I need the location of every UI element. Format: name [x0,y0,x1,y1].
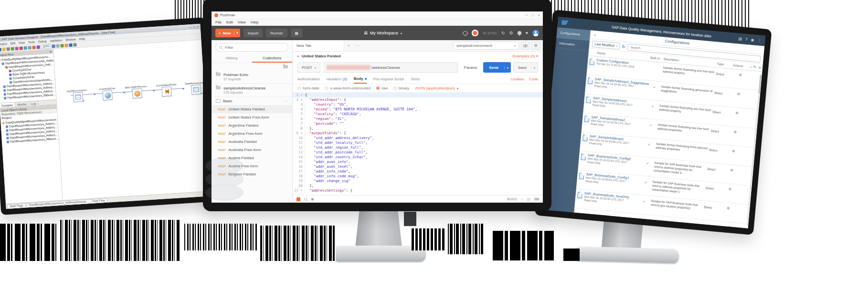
line-number[interactable]: 5 [293,112,305,117]
list-icon[interactable]: ▤ [738,36,742,41]
toolbar-icon[interactable] [32,45,35,49]
sync-status-icon[interactable] [472,30,478,36]
toolbar-icon[interactable] [11,47,14,50]
window-control[interactable]: ─ [525,13,528,17]
flow-node-box[interactable] [161,87,171,97]
line-number[interactable]: 13 [293,150,305,155]
filter-input[interactable] [224,45,285,50]
console-icon[interactable]: ▣ [311,197,314,201]
menu-item[interactable]: View [238,20,246,24]
flow-node-box[interactable]: ▸ [73,92,83,102]
profile-icon[interactable]: ◉ [751,37,754,42]
collection-folder-basic[interactable]: Basic ⋯ [212,97,292,105]
toolbar-icon[interactable] [52,44,55,48]
menu-item[interactable]: Edit [226,20,233,24]
method-select[interactable]: POST▾ [297,62,320,73]
avatar[interactable] [532,30,539,36]
toolbar-icon[interactable] [36,45,40,49]
new-tab-icon[interactable]: + [344,43,353,48]
gear-icon[interactable]: ⚙ [739,73,742,77]
two-pane-icon[interactable]: ▯▯ [527,197,530,201]
line-number[interactable]: 4 [293,107,305,112]
line-number[interactable]: 2 ▾ [293,97,305,102]
request-list-item[interactable]: POSTUnited States Fielded [212,105,292,113]
body-type-form-data[interactable]: form-data [297,86,319,90]
tab-options-icon[interactable]: ⋯ [353,43,361,48]
environment-settings-button[interactable]: ⚙ [531,42,540,50]
toolbar-icon[interactable] [56,44,60,47]
body-type-binary[interactable]: binary [393,86,409,90]
help-icon[interactable]: ? [745,37,748,41]
gear-icon[interactable]: ⚙ [732,149,735,153]
column-header-built-in[interactable]: Built In [650,56,664,61]
examples-dropdown[interactable]: Examples (0) ▾ [513,54,538,58]
menu-item[interactable]: Window [65,38,76,41]
send-options-icon[interactable]: ▾ [504,66,511,69]
line-number[interactable]: 15 [293,160,305,164]
column-header-actions[interactable]: Actions [733,64,749,68]
line-number[interactable]: 17 [293,169,305,174]
line-number[interactable]: 1 ▾ [293,93,305,97]
toolbar-icon[interactable] [74,43,77,46]
line-number[interactable]: 21 ▾ [293,188,305,193]
settings-wrench-icon[interactable]: ⚙ [509,31,513,35]
line-number[interactable]: 7 [293,121,305,126]
gear-icon[interactable]: ⚙ [737,92,741,96]
menu-item[interactable]: File [215,20,222,24]
toolbar-icon[interactable] [61,43,64,47]
flow-node[interactable]: DqmMicroservices...▸ [64,88,92,103]
gear-icon[interactable]: ⚙ [727,206,730,210]
folder-options-icon[interactable]: ⋯ [284,99,288,103]
request-list-item[interactable]: POSTAustralia Fielded [212,138,292,146]
request-list-item[interactable]: POSTAustria Fielded [212,154,292,162]
line-number[interactable]: 3 [293,102,305,107]
toolbar-icon[interactable] [28,46,31,49]
flow-node-box[interactable] [132,88,142,98]
line-number[interactable]: 12 [293,145,305,150]
flow-node-box[interactable] [103,90,113,100]
line-number[interactable]: 16 [293,164,305,169]
new-button[interactable]: +New ▾ [215,29,240,37]
tab-body[interactable]: Body [354,75,367,84]
save-button[interactable]: Save ▾ [513,62,538,73]
overflow-icon[interactable]: ⋮ [757,38,762,43]
save-options-icon[interactable]: ▾ [531,66,538,69]
window-control[interactable]: □ [193,25,195,28]
environment-select[interactable]: samplesEnvironment▾ [453,42,519,50]
toolbar-icon[interactable] [0,48,1,51]
url-input[interactable]: /addressCleanse [323,62,458,73]
cookies-link[interactable]: Cookies [510,77,524,81]
menu-item[interactable]: Tools [28,40,35,43]
flow-node[interactable]: Base DQM Microser... [123,85,151,99]
request-tab[interactable]: New Tab [293,40,344,51]
toolbar-icon[interactable] [65,43,68,47]
tab-pre-request-script[interactable]: Pre-request Script [373,75,404,84]
capture-icon[interactable] [462,30,468,36]
line-number[interactable]: 11 [293,141,305,145]
window-control[interactable]: × [197,25,199,28]
chevron-right-icon[interactable]: ▸ [297,54,299,58]
code-link[interactable]: Code [529,77,538,81]
line-number[interactable]: 19 [293,179,305,184]
body-editor[interactable]: 1 ▾{2 ▾ "addressInput": {3 "country": "U… [293,93,543,195]
new-window-icon[interactable]: ▦ [291,29,303,37]
sidebar-tab-history[interactable]: History [212,54,252,63]
menu-item[interactable]: Help [251,20,258,24]
request-list-item[interactable]: POSTAustralia Free-form [212,146,292,154]
menu-item[interactable]: Project [0,42,7,45]
toolbar-icon[interactable] [69,43,73,46]
workspace-switcher[interactable]: ⊞ My Workspace ▾ [303,31,463,35]
heart-icon[interactable]: ♥ [526,31,528,35]
sort-dropdown[interactable]: Last Modified▾ [592,40,620,49]
line-number[interactable]: 9 ▾ [293,131,305,136]
bulb-icon[interactable]: ○ [521,197,523,201]
line-number[interactable]: 8 [293,126,305,131]
sync-icon[interactable]: ↻ [501,31,505,35]
document-tab[interactable]: Start Page [7,203,26,208]
toolbar-icon[interactable] [2,47,6,51]
body-type-x-www-form-urlencoded[interactable]: x-www-form-urlencoded [325,86,370,90]
tab-tests[interactable]: Tests [411,75,420,84]
chevron-down-icon[interactable]: ▾ [234,31,240,35]
line-number[interactable]: 14 [293,155,305,160]
gear-icon[interactable]: ⚙ [735,111,739,115]
